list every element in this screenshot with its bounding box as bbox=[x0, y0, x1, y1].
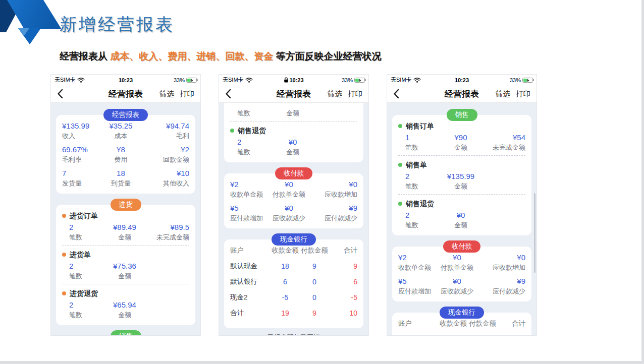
stat-value: ¥0 bbox=[289, 138, 297, 147]
status-right: 33% bbox=[342, 77, 365, 83]
bullet-dot-icon bbox=[62, 291, 66, 295]
stat-label: 应收款减少 bbox=[441, 287, 473, 295]
stat-label: 付款单金额 bbox=[273, 191, 305, 199]
section-header: 进货订单 bbox=[62, 211, 189, 220]
charging-bolt-icon bbox=[358, 78, 362, 83]
table-cell: 9 bbox=[329, 262, 357, 270]
stat-value: ¥0 bbox=[453, 277, 461, 286]
section-title: 进货退货 bbox=[70, 289, 98, 298]
section-row: 进货订单2笔数¥89.49金额¥89.5未完成金额 bbox=[62, 211, 189, 241]
stat-label: 应收款增加 bbox=[493, 264, 525, 272]
stat-cell: ¥94.74毛利 bbox=[141, 122, 189, 140]
stat-cell: ¥0应收款减少 bbox=[269, 204, 309, 222]
stat-cell: ¥0金额 bbox=[274, 138, 312, 156]
section-title: 销售单 bbox=[406, 160, 427, 169]
subtitle-suffix: 等方面反映企业经营状况 bbox=[273, 51, 381, 62]
phone-body: 销售销售订单1笔数¥90金额¥54未完成金额销售单2笔数¥135.99金额销售退… bbox=[387, 103, 536, 335]
dashed-divider bbox=[62, 284, 189, 284]
table-cell: 0 bbox=[300, 293, 329, 301]
stats-row: 笔数金额 bbox=[230, 108, 357, 117]
stat-cell: ¥0金额 bbox=[442, 211, 480, 229]
stat-label: 收款单金额 bbox=[230, 191, 269, 199]
table-row-label: 现金2 bbox=[230, 293, 271, 302]
table-cell: 6 bbox=[329, 278, 357, 286]
table-header-cell: 合计 bbox=[497, 319, 525, 328]
stat-label: 成本 bbox=[114, 132, 127, 140]
stat-value: ¥0 bbox=[453, 253, 461, 262]
stat-label: 金额 bbox=[118, 272, 131, 280]
time-label: 10:23 bbox=[455, 77, 469, 83]
back-icon[interactable] bbox=[225, 89, 231, 99]
stats-row: 69.67%毛利率¥8费用¥2回款金额 bbox=[62, 145, 189, 164]
stats-row: 2笔数¥135.99金额 bbox=[398, 172, 525, 191]
filter-button[interactable]: 筛选 bbox=[328, 89, 342, 99]
stat-label: 笔数 bbox=[69, 272, 105, 280]
stat-label: 金额 bbox=[286, 109, 299, 117]
back-button[interactable] bbox=[225, 89, 231, 99]
section-title: 销售退货 bbox=[238, 126, 266, 135]
table-row-label: 默认现金 bbox=[230, 262, 271, 271]
cash-table-card: 账户收款金额付款金额合计默认现金1899默认银行606现金2-50-5合计199… bbox=[224, 239, 363, 328]
print-button[interactable]: 打印 bbox=[348, 89, 362, 99]
stat-value: ¥54 bbox=[513, 133, 525, 142]
nav-actions: 筛选打印 bbox=[496, 89, 530, 99]
print-button[interactable]: 打印 bbox=[516, 89, 530, 99]
nav-bar: 经营报表筛选打印 bbox=[387, 85, 536, 103]
back-icon[interactable] bbox=[393, 89, 399, 99]
stat-cell: 2笔数 bbox=[237, 138, 274, 156]
status-right: 33% bbox=[510, 77, 533, 83]
subtitle: 经营报表从 成本、收入、费用、进销、回款、资金 等方面反映企业经营状况 bbox=[60, 50, 382, 63]
stat-label: 金额 bbox=[286, 148, 299, 156]
back-button[interactable] bbox=[57, 89, 63, 99]
dashed-divider bbox=[398, 155, 525, 156]
stats-row: 2笔数¥0金额 bbox=[230, 138, 357, 156]
time-label: 10:23 bbox=[289, 77, 303, 83]
back-button[interactable] bbox=[393, 89, 399, 99]
section-header: 进货单 bbox=[62, 250, 189, 259]
stat-value: ¥135.99 bbox=[62, 122, 100, 131]
scrollbar-thumb[interactable] bbox=[534, 193, 535, 273]
section-row: 销售单2笔数¥135.99金额 bbox=[398, 160, 525, 191]
bullet-dot-icon bbox=[230, 129, 234, 133]
stat-cell: ¥9应付款减少 bbox=[309, 204, 357, 222]
stat-cell-empty bbox=[312, 108, 357, 117]
filter-button[interactable]: 筛选 bbox=[496, 89, 510, 99]
stat-label: 笔数 bbox=[237, 148, 274, 156]
print-button[interactable]: 打印 bbox=[180, 89, 194, 99]
stat-value: 2 bbox=[69, 223, 105, 232]
stats-row: 2笔数¥0金额 bbox=[398, 211, 525, 229]
corner-decoration-navy bbox=[0, 0, 30, 32]
table-row: 合计19910 bbox=[230, 309, 357, 318]
filter-button[interactable]: 筛选 bbox=[159, 89, 174, 99]
status-right: 33% bbox=[174, 77, 197, 83]
section-row: 笔数金额 bbox=[230, 108, 357, 117]
bullet-dot-icon bbox=[398, 124, 402, 128]
phone-body: 经营报表¥135.99收入¥35.25成本¥94.74毛利69.67%毛利率¥8… bbox=[51, 103, 200, 335]
section-pill: 进货 bbox=[111, 199, 141, 211]
stat-value: ¥90 bbox=[454, 133, 467, 142]
stat-cell: ¥9应付款减少 bbox=[477, 277, 525, 295]
stat-cell: 18到货量 bbox=[100, 169, 141, 188]
subtitle-prefix: 经营报表从 bbox=[60, 51, 110, 62]
stat-value: ¥5 bbox=[398, 277, 437, 286]
status-time: 10:23 bbox=[284, 75, 303, 85]
table-header-row: 账户收款金额付款金额合计 bbox=[398, 319, 525, 328]
bullet-dot-icon bbox=[398, 202, 402, 206]
sections-card: 进货订单2笔数¥89.49金额¥89.5未完成金额进货单2笔数¥75.36金额进… bbox=[56, 205, 195, 325]
table-cell: 0 bbox=[300, 278, 329, 286]
stat-value: ¥35.25 bbox=[110, 122, 133, 131]
status-bar: 无SIM卡10:2333% bbox=[51, 75, 200, 85]
stat-value: 2 bbox=[405, 211, 442, 220]
table-row: 现金2-50-5 bbox=[230, 293, 357, 302]
bullet-dot-icon bbox=[62, 253, 66, 257]
table-header-cell: 账户 bbox=[398, 319, 439, 328]
stat-cell: 69.67%毛利率 bbox=[62, 145, 100, 164]
back-icon[interactable] bbox=[57, 89, 63, 99]
section-title: 进货订单 bbox=[70, 211, 98, 220]
table-cell: -5 bbox=[271, 293, 300, 301]
status-time: 10:23 bbox=[455, 75, 469, 85]
stat-label: 未完成金额 bbox=[156, 233, 189, 241]
stat-value: ¥2 bbox=[398, 253, 437, 262]
stat-value: ¥94.74 bbox=[166, 122, 189, 131]
stat-label: 毛利率 bbox=[62, 156, 100, 164]
